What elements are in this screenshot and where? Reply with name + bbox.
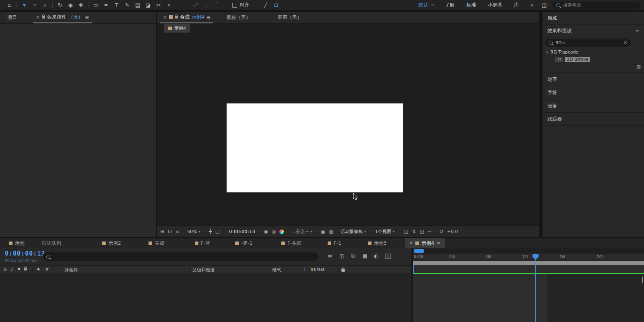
hand-tool-icon[interactable]: ☞ xyxy=(29,2,40,8)
channel-color-icon[interactable] xyxy=(279,229,284,234)
timeline-tab[interactable]: F-1 xyxy=(328,238,341,248)
layer-list-empty[interactable] xyxy=(0,273,411,322)
frame-blend-icon[interactable]: ▦ xyxy=(363,253,367,259)
draft-3d-icon[interactable]: ◫ xyxy=(339,253,344,259)
navigator-handle[interactable] xyxy=(414,249,424,253)
view-layout-dropdown[interactable]: 1个视图 ▾ xyxy=(375,229,394,235)
close-icon[interactable]: × xyxy=(163,14,167,20)
solo-icon[interactable]: ● xyxy=(18,267,21,270)
angle-tool-icon[interactable]: ╱ xyxy=(260,2,271,8)
workspace-item-standard[interactable]: 标准 xyxy=(466,2,476,8)
effects-tree-group[interactable]: ∨ RG Trapcode xyxy=(546,50,578,55)
workspace-current[interactable]: 默认 xyxy=(419,2,428,8)
exposure-value[interactable]: +0.0 xyxy=(447,229,458,234)
tab-composition[interactable]: × 合成 示例4 ≡ xyxy=(160,12,213,23)
tab-effect-controls[interactable]: × 效果控件 （无） ≡ xyxy=(33,12,92,23)
flowchart-icon[interactable]: ∾ xyxy=(428,229,432,234)
tab-project[interactable]: 项目 xyxy=(7,14,17,21)
timeline-search-box[interactable] xyxy=(43,252,318,261)
composition-viewer[interactable] xyxy=(157,33,539,226)
column-t[interactable]: T xyxy=(303,267,306,272)
chevron-down-icon[interactable]: ∨ xyxy=(546,50,549,54)
pan-behind-tool-icon[interactable]: ✚ xyxy=(76,2,86,8)
comp-navigator-pill[interactable]: 示例4 xyxy=(164,24,190,33)
camera-dropdown[interactable]: 活动摄像机 ▾ xyxy=(341,229,366,235)
panel-menu-icon[interactable]: ≡ xyxy=(206,14,211,20)
timeline-tab[interactable]: F-竖 xyxy=(195,238,210,248)
lock-icon[interactable] xyxy=(24,268,27,270)
column-trkmat[interactable]: TrkMat xyxy=(310,267,325,272)
panel-menu-icon[interactable]: ≡ xyxy=(85,14,89,20)
graph-editor-icon[interactable]: ∿ xyxy=(385,254,391,259)
playhead-line[interactable] xyxy=(535,254,536,322)
workspace-item-library[interactable]: 库 xyxy=(514,2,519,8)
stamp-tool-icon[interactable]: ▤ xyxy=(132,2,143,8)
pixel-aspect-icon[interactable]: ◫ xyxy=(404,229,408,234)
effects-tree-item[interactable]: 32 3D Stroke xyxy=(555,57,590,62)
timeline-tab[interactable]: 示例 xyxy=(9,238,25,248)
time-ruler[interactable]: 0:00f 04f 08f 12f 16f 20f xyxy=(413,254,644,261)
clear-search-icon[interactable]: × xyxy=(623,40,627,45)
cube-3d-icon[interactable]: ◇ xyxy=(341,268,345,272)
snap-checkbox[interactable] xyxy=(232,3,237,8)
track-area-outside[interactable] xyxy=(547,274,644,322)
workspace-item-small-screen[interactable]: 小屏幕 xyxy=(488,2,502,8)
video-eye-icon[interactable]: ⊙ xyxy=(3,267,7,272)
workspace-item-learn[interactable]: 了解 xyxy=(445,2,455,8)
timeline-tab-render-queue[interactable]: 渲染队列 xyxy=(42,238,61,248)
comp-mini-flowchart-icon[interactable]: ⋈ xyxy=(328,253,332,259)
audio-icon[interactable]: ♪ xyxy=(10,267,13,272)
column-source-name[interactable]: 源名称 xyxy=(64,267,78,273)
comp-family-icon[interactable]: ⊞ xyxy=(160,229,164,234)
puppet-tool-icon[interactable]: ⌖ xyxy=(164,2,174,8)
work-area-bar[interactable] xyxy=(413,261,644,265)
zoom-dropdown[interactable]: 50% ▾ xyxy=(187,229,200,234)
panel-flyout-icon[interactable]: ▨ xyxy=(637,64,641,69)
timeline-tab[interactable]: F-头部 xyxy=(281,238,301,248)
timeline-tab[interactable]: 完成 xyxy=(149,238,164,248)
fast-preview-icon[interactable]: ↯ xyxy=(412,229,416,234)
home-icon[interactable]: ⌂ xyxy=(4,2,14,8)
monitor-icon[interactable]: ⊡ xyxy=(168,229,172,234)
resolution-dropdown[interactable]: 二分之一 ▾ xyxy=(291,229,312,235)
track-scrollbar[interactable] xyxy=(642,277,643,283)
timeline-tab[interactable]: 示例3 xyxy=(368,238,387,248)
snapshot-icon[interactable]: ◉ xyxy=(264,229,268,234)
type-tool-icon[interactable]: T xyxy=(111,2,122,8)
shape-tool-icon[interactable]: ▭ xyxy=(91,2,101,8)
workspace-overflow-icon[interactable]: » xyxy=(530,2,534,8)
timeline-tab[interactable]: -竖-1 xyxy=(235,238,252,248)
section-preview[interactable]: 预览 xyxy=(543,12,644,25)
viewer-timecode[interactable]: 0:00:00:13 xyxy=(229,229,255,234)
help-search-box[interactable]: 搜索帮助 xyxy=(552,2,640,9)
pen-tool-icon[interactable]: ✒ xyxy=(101,2,111,8)
tab-footage[interactable]: 素材（无） xyxy=(227,14,251,21)
rotate-tool-icon[interactable]: ↻ xyxy=(55,2,65,8)
target-region-icon[interactable]: ▣ xyxy=(321,229,325,234)
stereo-3d-icon[interactable]: ∞ xyxy=(175,229,180,234)
time-navigator[interactable] xyxy=(413,248,644,254)
panel-menu-icon[interactable]: ≡ xyxy=(437,240,441,246)
panel-menu-icon[interactable]: ≡ xyxy=(635,28,639,34)
track-area-inside[interactable] xyxy=(413,274,547,322)
column-parent-link[interactable]: 父级和链接 xyxy=(192,267,215,273)
column-mode[interactable]: 模式 xyxy=(272,267,281,273)
timeline-button-icon[interactable]: ▤ xyxy=(419,229,424,234)
show-snapshot-icon[interactable]: ◎ xyxy=(272,229,276,234)
hide-shy-icon[interactable]: ☺ xyxy=(351,253,356,259)
eraser-tool-icon[interactable]: ◪ xyxy=(143,2,153,8)
current-timecode[interactable]: 0:00:00:13 xyxy=(5,250,45,257)
region-of-interest-icon[interactable]: ▢ xyxy=(215,229,220,234)
timeline-tab-active[interactable]: × 示例4 ≡ xyxy=(405,238,445,248)
section-character[interactable]: 字符 xyxy=(543,86,644,99)
reset-exposure-icon[interactable]: ↺ xyxy=(440,229,444,234)
column-hash[interactable]: # xyxy=(45,267,49,272)
workspace-switcher-icon[interactable]: ◫ xyxy=(542,2,547,8)
capture-tool-icon[interactable]: ⊡ xyxy=(271,2,281,8)
section-tracker[interactable]: 跟踪器 xyxy=(543,112,644,126)
transparency-grid-icon[interactable]: ▦ xyxy=(329,229,334,234)
tab-layer[interactable]: 图层（无） xyxy=(278,14,302,21)
brush-tool-icon[interactable]: ✎ xyxy=(122,2,132,8)
close-icon[interactable]: × xyxy=(409,240,413,246)
motion-blur-icon[interactable]: ◐ xyxy=(374,253,378,259)
